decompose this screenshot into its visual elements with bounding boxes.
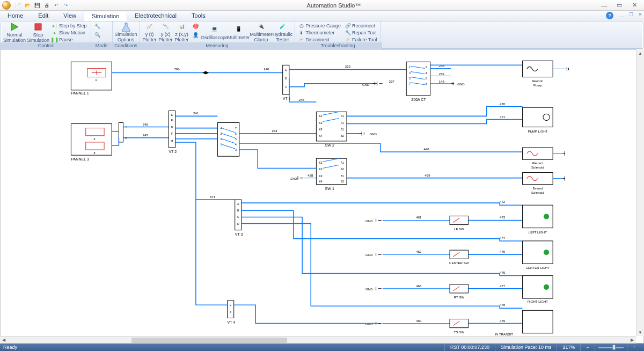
tab-home[interactable]: Home — [0, 11, 31, 20]
tab-simulation[interactable]: Simulation — [84, 11, 127, 20]
zoom-in-button[interactable]: + — [627, 343, 641, 351]
tab-edit[interactable]: Edit — [31, 11, 56, 20]
tab-tools[interactable]: Tools — [184, 11, 213, 20]
mode-icon-1[interactable]: 🔧 — [93, 22, 102, 31]
comp-ts-sw[interactable]: TS SW — [450, 319, 468, 333]
oscilloscope-button[interactable]: 💻Oscilloscope — [202, 22, 228, 42]
comp-pannel-3[interactable]: 2 3 PANNEL 3 — [71, 124, 112, 162]
scroll-right-icon[interactable]: ▶ — [628, 337, 636, 344]
svg-text:6: 6 — [426, 77, 427, 80]
comp-sw2[interactable]: K1A1 K2A1 K3B1 K4B2 SW 2 — [316, 112, 347, 147]
ribbon: NormalSimulation StopSimulation ▸|Step b… — [1, 21, 643, 49]
qa-print-icon[interactable]: 🖨 — [42, 1, 51, 10]
svg-text:A1: A1 — [341, 161, 344, 164]
scroll-left-icon[interactable]: ◀ — [0, 337, 8, 344]
meas-extra-icon-1[interactable]: 🎯 — [192, 22, 200, 31]
scroll-down-icon[interactable]: ▼ — [636, 328, 644, 336]
scroll-up-icon[interactable]: ▲ — [636, 49, 644, 57]
stop-simulation-button[interactable]: StopSimulation — [26, 22, 50, 42]
comp-connector-block[interactable]: 47 36 25 14 3 — [217, 123, 239, 157]
repair-tool-button[interactable]: 🔧Repair Tool — [344, 30, 378, 36]
simulation-options-button[interactable]: SimulationOptions — [114, 22, 138, 42]
comp-rt-sw[interactable]: RT SW — [450, 284, 468, 299]
svg-text:5: 5 — [409, 77, 411, 80]
comp-vt3[interactable]: A B C D VT 3 — [235, 200, 243, 236]
ribbon-group-mode: 🔧 🔍 ⚡ 📊 Mode — [91, 21, 113, 48]
maximize-button[interactable]: ▭ — [612, 1, 627, 10]
reconnect-button[interactable]: 🔗Reconnect — [344, 23, 378, 29]
svg-rect-154 — [523, 310, 553, 333]
doc-min-icon[interactable]: _ — [618, 11, 626, 18]
comp-pump-light[interactable]: PUMP LIGHT — [523, 107, 553, 133]
yx-plotter-button[interactable]: 📉y (x)Plotter — [158, 22, 174, 42]
meas-extra-icon-2[interactable]: 👤 — [192, 31, 200, 39]
doc-restore-icon[interactable]: ❐ — [627, 11, 635, 18]
svg-text:475: 475 — [500, 250, 506, 253]
comp-right-light[interactable]: RIGHT LIGHT — [523, 276, 553, 304]
terminal-block-1[interactable] — [119, 123, 123, 142]
qa-open-icon[interactable]: 📂 — [23, 1, 32, 10]
help-button[interactable]: ? — [603, 11, 617, 20]
comp-vt2[interactable]: E E N F M VT 2 — [169, 111, 177, 153]
svg-text:240: 240 — [264, 68, 269, 71]
gnd-symbol-5 — [562, 151, 565, 156]
comp-extend-solenoid[interactable]: ExtendSolenoid — [523, 173, 553, 194]
vertical-scrollbar[interactable]: ▲ ▼ — [636, 49, 644, 336]
ribbon-label-control: Control — [0, 42, 92, 49]
clamp-icon: 🔌 — [256, 22, 267, 32]
multimeter-button[interactable]: 📱Multimeter — [228, 22, 250, 42]
svg-text:SW 1: SW 1 — [325, 187, 334, 191]
close-button[interactable]: ✕ — [627, 1, 642, 10]
svg-text:IN TRANSIT: IN TRANSIT — [495, 333, 513, 336]
svg-text:571: 571 — [210, 195, 216, 199]
normal-simulation-button[interactable]: NormalSimulation — [3, 22, 26, 42]
svg-text:239: 239 — [439, 72, 445, 76]
svg-text:N: N — [171, 126, 173, 129]
qa-save-icon[interactable]: 💾 — [33, 1, 41, 10]
horizontal-scrollbar[interactable]: ◀ ▶ — [0, 336, 636, 343]
qa-redo-icon[interactable]: ↷ — [62, 1, 70, 10]
svg-text:Retract: Retract — [532, 162, 543, 165]
svg-point-139 — [544, 250, 549, 255]
step-by-step-button[interactable]: ▸|Step by Step — [51, 23, 88, 29]
comp-250a-ct[interactable]: 12 34 56 78 250A CT — [406, 62, 430, 101]
mode-icon-2[interactable]: 🔍 — [93, 31, 102, 39]
comp-pannel-1[interactable]: 1 PANNEL 1 — [71, 62, 112, 95]
zxy-plotter-button[interactable]: 📊z (x,y)Plotter — [174, 22, 190, 42]
pressure-gauge-button[interactable]: ◷Pressure Gauge — [298, 23, 342, 29]
tab-view[interactable]: View — [56, 11, 84, 20]
svg-text:1: 1 — [220, 143, 222, 146]
hscroll-track[interactable] — [8, 337, 628, 343]
help-icon: ? — [606, 12, 613, 19]
svg-text:PANNEL 3: PANNEL 3 — [71, 157, 89, 161]
qa-new-icon[interactable]: 📄 — [13, 1, 22, 10]
slow-motion-button[interactable]: ▸Slow Motion — [51, 30, 88, 36]
status-zoom[interactable]: 217% — [557, 343, 580, 351]
svg-text:225: 225 — [345, 65, 351, 68]
yt-plotter-button[interactable]: 📈y (t)Plotter — [142, 22, 158, 42]
qa-undo-icon[interactable]: ↶ — [52, 1, 61, 10]
zoom-slider[interactable] — [595, 343, 627, 351]
hydraulic-tester-button[interactable]: 🧪HydraulicTester — [273, 22, 293, 42]
comp-sw1[interactable]: K1A1 K2A2 K3B1 K4B2 SW 1 — [316, 158, 347, 191]
comp-lf-sw[interactable]: LF SW — [450, 216, 468, 230]
svg-text:VT 2: VT 2 — [169, 150, 177, 153]
comp-center-light[interactable]: CENTER LIGHT — [523, 241, 553, 270]
comp-retract-solenoid[interactable]: RetractSolenoid — [523, 148, 553, 169]
comp-left-light[interactable]: LEFT LIGHT — [523, 205, 553, 234]
multimeter-clamp-button[interactable]: 🔌MultimeterClamp — [250, 22, 273, 42]
diagram-canvas[interactable]: 1 PANNEL 1 786 240 A B C VT 1 225 246 23… — [0, 49, 644, 343]
comp-vt4[interactable]: E F VT 4 — [228, 301, 236, 324]
svg-text:477: 477 — [500, 284, 506, 288]
hscroll-thumb[interactable] — [131, 338, 287, 343]
doc-close-icon[interactable]: ✕ — [636, 11, 644, 18]
zoom-out-button[interactable]: − — [580, 343, 594, 351]
comp-center-sw[interactable]: CENTER SW — [449, 250, 469, 265]
comp-electric-pump[interactable]: ElectricPump — [523, 61, 553, 87]
ribbon-label-troubleshooting: Troubleshooting — [294, 42, 383, 49]
failure-icon: ⚠ — [345, 37, 350, 42]
minimize-button[interactable]: — — [597, 1, 612, 10]
tab-electrotechnical[interactable]: Electrotechnical — [127, 11, 184, 20]
thermometer-button[interactable]: 🌡Thermometer — [298, 30, 342, 36]
svg-text:Solenoid: Solenoid — [531, 166, 544, 169]
